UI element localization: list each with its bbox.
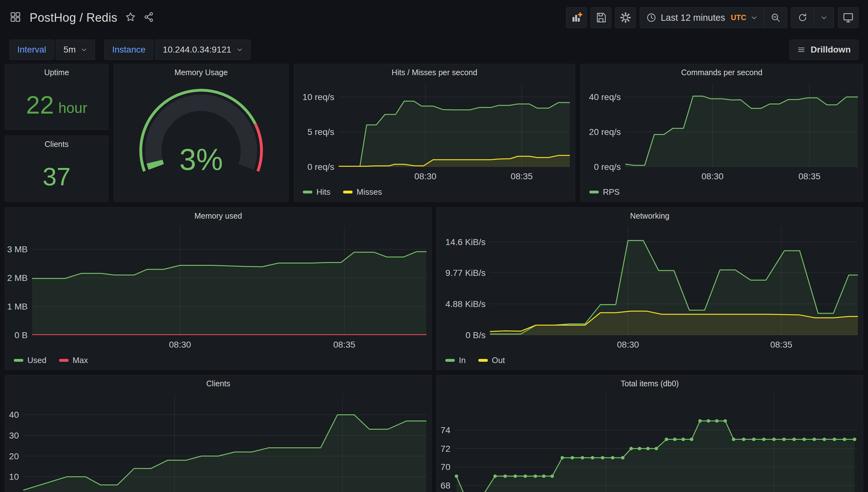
- svg-text:0 req/s: 0 req/s: [594, 162, 621, 172]
- panel-title[interactable]: Hits / Misses per second: [294, 64, 575, 80]
- panel-total-items: Total items (db0) 6870727408:3008:35 Ite…: [436, 375, 863, 492]
- legend-series-mark: [478, 359, 488, 362]
- legend-item[interactable]: Max: [59, 355, 88, 365]
- svg-text:08:35: 08:35: [511, 171, 533, 181]
- instance-value: 10.244.0.34:9121: [163, 45, 231, 55]
- gauge-canvas: [114, 80, 288, 201]
- star-icon[interactable]: [126, 12, 135, 23]
- refresh-icon: [797, 13, 808, 23]
- panel-title[interactable]: Clients: [5, 375, 432, 392]
- tv-mode-button[interactable]: [838, 7, 859, 28]
- instance-select[interactable]: 10.244.0.34:9121: [155, 40, 251, 60]
- drilldown-button[interactable]: Drilldown: [789, 40, 859, 60]
- svg-text:74: 74: [441, 425, 450, 435]
- svg-text:08:30: 08:30: [617, 340, 639, 349]
- app-header: PostHog / Redis: [0, 0, 868, 35]
- timezone-label: UTC: [731, 13, 746, 22]
- legend-item[interactable]: Misses: [343, 187, 382, 197]
- legend-item[interactable]: Used: [14, 355, 47, 365]
- svg-text:08:30: 08:30: [701, 171, 723, 181]
- svg-text:4.88 KiB/s: 4.88 KiB/s: [445, 299, 486, 309]
- legend-series-mark: [589, 191, 599, 194]
- instance-variable: Instance 10.244.0.34:9121: [104, 40, 251, 60]
- interval-label[interactable]: Interval: [9, 40, 54, 60]
- panel-clients-stat: Clients 37: [5, 136, 108, 202]
- svg-text:0 req/s: 0 req/s: [307, 162, 334, 172]
- networking-chart[interactable]: 0 B/s4.88 KiB/s9.77 KiB/s14.6 KiB/s08:30…: [436, 224, 863, 353]
- svg-text:70: 70: [441, 462, 450, 472]
- settings-button[interactable]: [615, 7, 636, 28]
- panel-memory-usage-gauge: Memory Usage 3%: [113, 64, 289, 202]
- panel-title[interactable]: Clients: [5, 136, 108, 152]
- instance-label[interactable]: Instance: [104, 40, 153, 60]
- legend-item[interactable]: RPS: [589, 187, 619, 197]
- dashboards-grid-icon[interactable]: [9, 11, 21, 24]
- memory-used-chart[interactable]: 0 B1 MB2 MB3 MB08:3008:35: [5, 224, 432, 353]
- legend-item[interactable]: In: [445, 355, 466, 365]
- panel-clients-series: Clients 1020304008:3008:35 Clients: [5, 375, 432, 492]
- save-button[interactable]: [591, 7, 611, 28]
- legend-series-mark: [59, 359, 69, 362]
- panel-title[interactable]: Total items (db0): [436, 375, 863, 392]
- svg-text:0 B: 0 B: [15, 330, 28, 340]
- zoom-out-button[interactable]: [764, 7, 787, 28]
- chevron-down-icon: [820, 14, 827, 21]
- chevron-down-icon: [751, 14, 758, 21]
- hits-misses-chart[interactable]: 0 req/s5 req/s10 req/s08:3008:35: [294, 80, 575, 184]
- legend-series-mark: [343, 191, 353, 194]
- legend-item[interactable]: Hits: [303, 187, 331, 197]
- svg-text:10: 10: [9, 472, 19, 482]
- legend-series-label: RPS: [603, 187, 619, 197]
- svg-text:20 req/s: 20 req/s: [589, 127, 621, 137]
- chart-canvas: 0 req/s5 req/s10 req/s08:3008:35: [294, 80, 575, 183]
- panel-title[interactable]: Uptime: [5, 64, 108, 80]
- panel-commands: Commands per second 0 req/s20 req/s40 re…: [580, 64, 863, 202]
- interval-value: 5m: [63, 45, 76, 55]
- panel-hits-misses: Hits / Misses per second 0 req/s5 req/s1…: [294, 64, 575, 202]
- chart-legend: HitsMisses: [294, 184, 575, 202]
- svg-text:3 MB: 3 MB: [7, 244, 28, 254]
- legend-series-label: Used: [27, 355, 47, 365]
- interval-select[interactable]: 5m: [56, 40, 95, 60]
- svg-text:9.77 KiB/s: 9.77 KiB/s: [445, 268, 486, 278]
- legend-item[interactable]: Out: [478, 355, 505, 365]
- uptime-stat: 22 hour: [5, 80, 108, 130]
- refresh-interval-dropdown[interactable]: [814, 7, 834, 28]
- refresh-group: [791, 7, 834, 28]
- clients-chart[interactable]: 1020304008:3008:35: [5, 392, 432, 492]
- time-range-group: Last 12 minutes UTC: [640, 7, 787, 28]
- svg-text:30: 30: [9, 430, 19, 440]
- variables-toolbar: Interval 5m Instance 10.244.0.34:9121 Dr…: [0, 35, 868, 64]
- svg-text:08:30: 08:30: [414, 171, 436, 181]
- time-range-picker[interactable]: Last 12 minutes UTC: [640, 7, 764, 28]
- chart-canvas: 0 B1 MB2 MB3 MB08:3008:35: [5, 224, 432, 351]
- legend-series-label: Out: [492, 355, 505, 365]
- svg-text:5 req/s: 5 req/s: [307, 127, 334, 137]
- panel-memory-used: Memory used 0 B1 MB2 MB3 MB08:3008:35 Us…: [5, 207, 432, 370]
- plus-icon: [578, 13, 582, 16]
- total-items-chart[interactable]: 6870727408:3008:35: [436, 392, 863, 492]
- share-icon[interactable]: [144, 12, 154, 23]
- svg-text:68: 68: [441, 481, 450, 490]
- memory-usage-gauge[interactable]: [114, 80, 288, 202]
- dashboard-grid: Uptime 22 hour Clients 37 Memory Usage 3…: [0, 64, 868, 492]
- refresh-button[interactable]: [791, 7, 814, 28]
- drilldown-label: Drilldown: [811, 45, 851, 55]
- chart-canvas: 0 B/s4.88 KiB/s9.77 KiB/s14.6 KiB/s08:30…: [436, 224, 863, 351]
- page-title[interactable]: PostHog / Redis: [30, 11, 117, 25]
- panel-title[interactable]: Memory used: [5, 207, 432, 224]
- chart-legend: InOut: [436, 353, 863, 370]
- svg-text:10 req/s: 10 req/s: [303, 92, 334, 102]
- panel-title[interactable]: Memory Usage: [114, 64, 288, 80]
- panel-title[interactable]: Networking: [436, 207, 863, 224]
- svg-text:20: 20: [9, 451, 19, 461]
- commands-chart[interactable]: 0 req/s20 req/s40 req/s08:3008:35: [581, 80, 863, 184]
- legend-series-label: Max: [73, 355, 88, 365]
- svg-text:40: 40: [9, 410, 19, 420]
- monitor-icon: [842, 11, 854, 24]
- grafana-dashboard: { "header": { "title": "PostHog / Redis"…: [0, 0, 868, 492]
- panel-title[interactable]: Commands per second: [581, 64, 863, 80]
- svg-text:0 B/s: 0 B/s: [465, 330, 486, 340]
- uptime-unit: hour: [58, 99, 87, 116]
- add-panel-button[interactable]: [566, 7, 587, 28]
